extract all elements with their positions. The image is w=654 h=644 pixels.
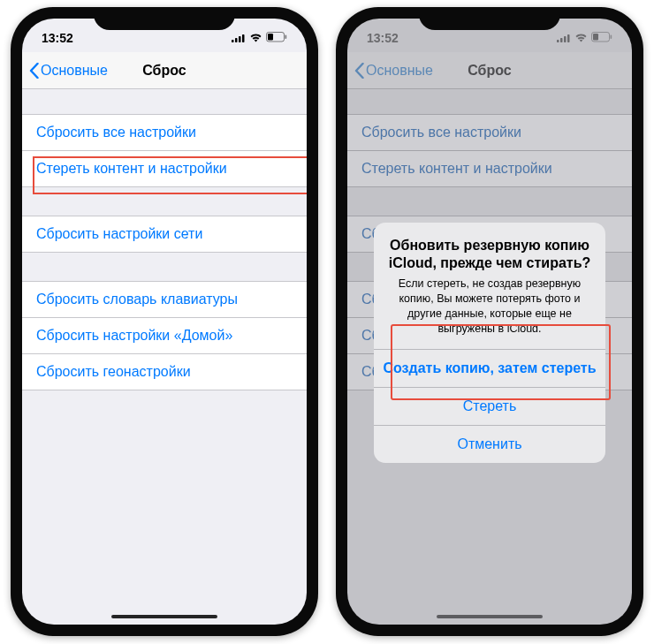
nav-bar: Основные Сброс xyxy=(22,52,307,89)
reset-location-privacy[interactable]: Сбросить геонастройки xyxy=(22,354,307,390)
svg-rect-0 xyxy=(232,40,234,42)
phone-left: 13:52 Основные Сброс Сбросить все настро… xyxy=(11,7,318,636)
alert-message: Если стереть, не создав резервную копию,… xyxy=(386,277,593,337)
back-label: Основные xyxy=(41,63,108,79)
erase-content-settings[interactable]: Стереть контент и настройки xyxy=(22,151,307,187)
nav-title: Сброс xyxy=(142,63,186,79)
reset-home-screen[interactable]: Сбросить настройки «Домой» xyxy=(22,318,307,354)
svg-rect-3 xyxy=(242,34,245,42)
status-right xyxy=(232,31,287,45)
cancel-button[interactable]: Отменить xyxy=(374,425,605,463)
back-button[interactable]: Основные xyxy=(29,63,108,79)
group-1: Сбросить все настройки Стереть контент и… xyxy=(22,114,307,187)
settings-content: Сбросить все настройки Стереть контент и… xyxy=(22,114,307,390)
group-2: Сбросить настройки сети xyxy=(22,216,307,253)
reset-network-settings[interactable]: Сбросить настройки сети xyxy=(22,216,307,253)
screen-left: 13:52 Основные Сброс Сбросить все настро… xyxy=(22,19,307,625)
svg-rect-1 xyxy=(235,38,238,42)
svg-rect-2 xyxy=(239,36,241,42)
status-time: 13:52 xyxy=(42,31,73,45)
alert-title: Обновить резервную копию iCloud, прежде … xyxy=(386,237,593,272)
modal-overlay: Обновить резервную копию iCloud, прежде … xyxy=(347,19,632,625)
signal-icon xyxy=(232,31,246,45)
erase-now-button[interactable]: Стереть xyxy=(374,387,605,425)
svg-rect-5 xyxy=(268,34,273,41)
phone-right: 13:52 Основные Сброс Сбросить все настро… xyxy=(336,7,643,636)
backup-then-erase-button[interactable]: Создать копию, затем стереть xyxy=(374,349,605,387)
battery-icon xyxy=(266,31,287,45)
notch xyxy=(419,7,560,30)
screen-right: 13:52 Основные Сброс Сбросить все настро… xyxy=(347,19,632,625)
reset-keyboard-dictionary[interactable]: Сбросить словарь клавиатуры xyxy=(22,281,307,318)
alert-dialog: Обновить резервную копию iCloud, прежде … xyxy=(374,223,605,463)
chevron-left-icon xyxy=(29,63,39,79)
reset-all-settings[interactable]: Сбросить все настройки xyxy=(22,114,307,151)
svg-rect-6 xyxy=(285,35,287,39)
home-indicator[interactable] xyxy=(437,615,543,619)
notch xyxy=(94,7,235,30)
alert-head: Обновить резервную копию iCloud, прежде … xyxy=(374,223,605,349)
wifi-icon xyxy=(249,31,262,45)
group-3: Сбросить словарь клавиатуры Сбросить нас… xyxy=(22,281,307,390)
home-indicator[interactable] xyxy=(111,615,217,619)
